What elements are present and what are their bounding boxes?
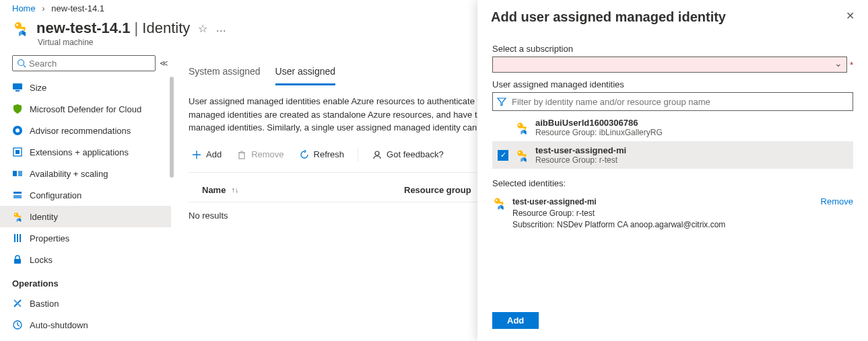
favorite-star-icon[interactable]: ☆ [198,22,207,35]
breadcrumb-sep: › [42,3,44,13]
sidebar-scrollbar[interactable] [170,77,174,178]
advisor-icon [12,125,23,136]
identity-filter[interactable] [492,92,853,111]
sidebar-item-label: Configuration [30,190,81,200]
more-actions-icon[interactable]: … [215,22,227,34]
sidebar-collapse-icon[interactable]: ≪ [160,59,168,68]
sidebar-menu: Size Microsoft Defender for Cloud Adviso… [0,77,174,340]
identity-icon [515,149,529,162]
sidebar-search[interactable] [12,55,156,71]
column-name[interactable]: Name ↑↓ [202,185,404,195]
svg-rect-19 [17,234,18,242]
svg-rect-23 [239,153,244,159]
selected-identity-rg: Resource Group: r-test [512,208,725,219]
identity-rg: Resource Group: ibLinuxGalleryRG [535,128,663,137]
sidebar-item-configuration[interactable]: Configuration [0,184,171,206]
lock-icon [12,254,23,265]
sidebar-item-locks[interactable]: Locks [0,249,171,270]
identity-icon [492,196,506,210]
sidebar-item-advisor[interactable]: Advisor recommendations [0,120,171,141]
search-icon [17,59,26,68]
required-asterisk: * [850,60,853,70]
sidebar-item-properties[interactable]: Properties [0,227,171,249]
extensions-icon [12,147,23,157]
identity-filter-input[interactable] [512,97,848,107]
remove-identity-link[interactable]: Remove [821,196,853,206]
svg-rect-20 [20,234,21,242]
filter-icon [497,97,506,106]
sort-icon: ↑↓ [231,186,238,194]
svg-line-7 [24,65,26,68]
add-identity-panel: Add user assigned managed identity ✕ Sel… [477,0,868,341]
identity-list: aibBuiUserId1600306786 Resource Group: i… [492,114,853,169]
feedback-icon [372,149,382,160]
bastion-icon [12,298,23,309]
identity-icon [12,211,23,222]
sidebar-item-label: Locks [30,255,53,265]
sidebar-item-auto-shutdown[interactable]: Auto-shutdown [0,314,171,336]
svg-point-11 [15,128,20,132]
sidebar-item-label: Microsoft Defender for Cloud [30,104,141,114]
sidebar-item-label: Advisor recommendations [30,126,131,136]
sidebar-search-input[interactable] [29,59,151,69]
svg-point-24 [375,151,379,155]
subscription-select[interactable] [492,56,847,73]
identity-icon [515,121,529,135]
svg-rect-13 [15,150,20,154]
sidebar-item-availability[interactable]: Availability + scaling [0,163,171,184]
column-resource-group[interactable]: Resource group [404,185,471,195]
uami-label: User assigned managed identities [492,79,853,89]
selected-identity-name: test-user-assigned-mi [512,196,725,208]
sidebar: ≪ Size Microsoft Defender for Cloud Advi… [0,52,174,340]
svg-rect-14 [13,171,17,176]
sidebar-item-size[interactable]: Size [0,77,171,98]
selected-identities-label: Selected identities: [492,178,853,188]
availability-icon [12,168,23,179]
close-icon[interactable]: ✕ [846,9,855,22]
refresh-button[interactable]: Refresh [296,147,347,163]
breadcrumb-home[interactable]: Home [12,3,36,13]
tab-system-assigned[interactable]: System assigned [189,63,261,85]
panel-add-button[interactable]: Add [492,312,539,329]
sidebar-group-operations: Operations [0,270,171,293]
identity-name: test-user-assigned-mi [535,145,626,155]
identity-row[interactable]: aibBuiUserId1600306786 Resource Group: i… [492,114,853,141]
tab-user-assigned[interactable]: User assigned [275,63,336,85]
svg-rect-17 [13,195,22,198]
trash-icon [236,149,247,160]
identity-name: aibBuiUserId1600306786 [535,118,663,128]
identity-rg: Resource Group: r-test [535,155,626,165]
identity-checkbox[interactable]: ✓ [498,150,508,161]
page-title: new-test-14.1 | Identity [36,20,190,37]
plus-icon [191,149,202,160]
feedback-button[interactable]: Got feedback? [369,147,446,163]
sidebar-item-label: Properties [30,233,69,243]
add-button[interactable]: Add [189,147,224,163]
monitor-icon [12,82,23,93]
shield-icon [12,104,23,114]
remove-button: Remove [234,147,286,163]
svg-rect-18 [14,234,15,242]
panel-title: Add user assigned managed identity [491,9,726,25]
svg-rect-16 [13,192,22,194]
selected-identity-sub: Subscrition: NSDev Platform CA anoop.aga… [512,219,725,231]
refresh-icon [299,149,310,160]
selected-identity-row: test-user-assigned-mi Resource Group: r-… [492,194,853,233]
sidebar-item-label: Size [30,83,46,93]
svg-rect-8 [13,83,22,89]
config-icon [12,190,23,200]
sidebar-item-defender[interactable]: Microsoft Defender for Cloud [0,98,171,120]
sidebar-item-label: Extensions + applications [30,147,129,157]
sidebar-item-bastion[interactable]: Bastion [0,293,171,314]
sidebar-item-extensions[interactable]: Extensions + applications [0,141,171,163]
breadcrumb-current[interactable]: new-test-14.1 [51,3,104,13]
svg-point-6 [18,60,24,66]
sidebar-item-identity[interactable]: Identity [0,206,171,227]
identity-resource-icon [12,20,28,36]
sidebar-item-label: Identity [30,212,58,222]
identity-row[interactable]: ✓ test-user-assigned-mi Resource Group: … [492,141,853,169]
svg-rect-9 [15,90,20,91]
sidebar-item-label: Auto-shutdown [30,320,88,330]
sidebar-item-label: Availability + scaling [30,169,108,179]
sidebar-item-label: Bastion [30,299,59,309]
